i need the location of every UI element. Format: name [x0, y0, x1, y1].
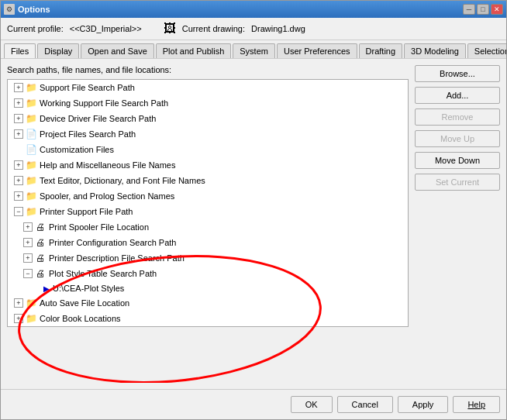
folder-icon: 📁	[25, 205, 37, 218]
expander[interactable]: +	[14, 160, 23, 170]
ok-button[interactable]: OK	[291, 396, 333, 413]
profile-value: <<C3D_Imperial>>	[70, 24, 142, 33]
tab-3d-modeling[interactable]: 3D Modeling	[404, 43, 466, 58]
tree-item[interactable]: + 🖨 Print Spooler File Location	[8, 219, 408, 235]
right-panel: Browse... Add... Remove Move Up Move Dow…	[415, 65, 500, 383]
tab-display[interactable]: Display	[37, 43, 79, 58]
tree-item[interactable]: + 🖨 Printer Configuration Search Path	[8, 235, 408, 250]
tree-item[interactable]: 📄 Customization Files	[8, 142, 408, 157]
tab-user-preferences[interactable]: User Preferences	[277, 43, 357, 58]
tree-item-label: Printer Support File Path	[40, 207, 133, 216]
tree-item[interactable]: + 🖨 Printer Description File Search Path	[8, 250, 408, 266]
tree-item[interactable]: + 📁 Auto Save File Location	[8, 295, 408, 311]
tree-item[interactable]: + 📁 Color Book Locations	[8, 311, 408, 326]
folder-icon: 📁	[25, 297, 37, 309]
tree-item-label: Color Book Locations	[40, 314, 121, 323]
left-panel: Search paths, file names, and file locat…	[7, 65, 409, 383]
expander[interactable]: +	[14, 114, 23, 123]
title-bar-left: ⚙ Options	[4, 4, 50, 15]
tree-item[interactable]: + 📁 Support File Search Path	[8, 80, 408, 95]
tree-item-label: U:\CEA-Plot Styles	[53, 284, 124, 293]
profile-icon: 🖼	[164, 22, 176, 36]
expander[interactable]: +	[14, 314, 23, 323]
file-tree[interactable]: + 📁 Support File Search Path + 📁 Working…	[7, 79, 409, 327]
tree-item-label: Print Spooler File Location	[49, 222, 149, 232]
tree-item-label: Customization Files	[40, 145, 114, 154]
drawing-label: Current drawing:	[182, 24, 245, 33]
options-window: ⚙ Options ─ □ ✕ Current profile: <<C3D_I…	[0, 0, 507, 420]
browse-button[interactable]: Browse...	[415, 65, 500, 82]
window-title: Options	[18, 5, 50, 14]
printer-icon: 🖨	[34, 267, 47, 280]
expander[interactable]: +	[14, 191, 23, 201]
tabs-bar: Files Display Open and Save Plot and Pub…	[1, 40, 506, 59]
apply-button[interactable]: Apply	[398, 396, 449, 413]
printer-icon: 🖨	[34, 252, 47, 264]
tree-item-label: Auto Save File Location	[40, 298, 129, 308]
folder-icon: 📁	[25, 112, 37, 125]
tree-item[interactable]: + 📁 Spooler, and Prolog Section Names	[8, 188, 408, 204]
content-area: Search paths, file names, and file locat…	[1, 59, 506, 389]
file-icon: 📄	[25, 128, 37, 140]
help-button[interactable]: Help	[453, 396, 500, 413]
printer-icon: 🖨	[34, 236, 47, 249]
expander[interactable]: +	[14, 298, 23, 308]
folder-icon: 📁	[25, 81, 37, 94]
folder-icon: 📁	[25, 312, 37, 325]
move-up-button[interactable]: Move Up	[415, 130, 500, 147]
close-button[interactable]: ✕	[491, 4, 503, 15]
title-bar: ⚙ Options ─ □ ✕	[1, 1, 506, 18]
tree-item[interactable]: + 📁 Help and Miscellaneous File Names	[8, 157, 408, 173]
expander-spacer	[14, 145, 23, 154]
tree-item[interactable]: ▶ U:\CEA-Plot Styles	[8, 281, 408, 295]
tree-item-label: Spooler, and Prolog Section Names	[40, 191, 174, 201]
expander[interactable]: −	[14, 207, 23, 216]
tree-item-label: Plot Style Table Search Path	[49, 269, 157, 278]
expander[interactable]: +	[14, 98, 23, 108]
tree-item-label: Support File Search Path	[40, 83, 135, 92]
drawing-value: Drawing1.dwg	[251, 24, 305, 33]
tree-wrapper: + 📁 Support File Search Path + 📁 Working…	[7, 79, 409, 383]
tree-item[interactable]: + 📄 Project Files Search Path	[8, 126, 408, 142]
tab-system[interactable]: System	[233, 43, 275, 58]
tree-item[interactable]: − 📁 Printer Support File Path	[8, 204, 408, 219]
expander[interactable]: +	[14, 83, 23, 92]
cancel-button[interactable]: Cancel	[337, 396, 393, 413]
expander[interactable]: +	[23, 238, 33, 247]
tab-selection[interactable]: Selection	[467, 43, 506, 58]
expander[interactable]: +	[14, 176, 23, 185]
expander[interactable]: −	[23, 269, 33, 278]
folder-icon: 📁	[25, 159, 37, 171]
tree-item[interactable]: + 📁 Working Support File Search Path	[8, 95, 408, 111]
tab-files[interactable]: Files	[4, 43, 36, 59]
maximize-button[interactable]: □	[477, 4, 489, 15]
expander-spacer	[33, 284, 42, 293]
tab-drafting[interactable]: Drafting	[359, 43, 403, 58]
profile-label: Current profile:	[7, 24, 64, 33]
tree-item-label: Device Driver File Search Path	[40, 114, 156, 123]
add-button[interactable]: Add...	[415, 87, 500, 104]
folder-icon: 📁	[25, 190, 37, 202]
move-down-button[interactable]: Move Down	[415, 152, 500, 169]
tab-open-and-save[interactable]: Open and Save	[81, 43, 153, 58]
minimize-button[interactable]: ─	[463, 4, 475, 15]
folder-icon: 📁	[25, 174, 37, 187]
tree-item-label: Text Editor, Dictionary, and Font File N…	[40, 176, 205, 185]
expander[interactable]: +	[23, 253, 33, 263]
set-current-button[interactable]: Set Current	[415, 174, 500, 191]
arrow-icon: ▶	[43, 284, 50, 293]
tree-item-label: Project Files Search Path	[40, 129, 136, 139]
expander[interactable]: +	[23, 222, 33, 232]
tab-plot-and-publish[interactable]: Plot and Publish	[156, 43, 232, 58]
file-icon: 📄	[25, 143, 37, 156]
remove-button[interactable]: Remove	[415, 108, 500, 126]
tree-item[interactable]: + 📁 Text Editor, Dictionary, and Font Fi…	[8, 173, 408, 188]
tree-item[interactable]: − 🖨 Plot Style Table Search Path	[8, 266, 408, 281]
window-icon: ⚙	[4, 4, 15, 15]
profile-bar: Current profile: <<C3D_Imperial>> 🖼 Curr…	[1, 18, 506, 40]
folder-icon: 📁	[25, 97, 37, 109]
tree-item[interactable]: + 📁 Device Driver File Search Path	[8, 111, 408, 126]
expander[interactable]: +	[14, 129, 23, 139]
tree-item-label: Working Support File Search Path	[40, 98, 168, 108]
printer-icon: 🖨	[34, 221, 47, 233]
